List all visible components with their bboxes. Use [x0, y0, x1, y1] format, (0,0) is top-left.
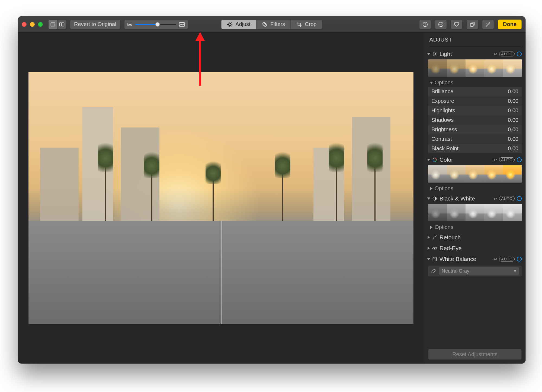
editor-body: ADJUST Light ↩︎ AUTO: [18, 33, 525, 364]
bw-thumb-1[interactable]: [428, 204, 447, 221]
close-window-button[interactable]: [22, 22, 27, 27]
svg-point-17: [425, 23, 426, 24]
auto-bw-button[interactable]: AUTO: [499, 196, 515, 201]
row-highlights[interactable]: Highlights0.00: [428, 106, 522, 115]
disclosure-retouch[interactable]: [428, 236, 430, 239]
svg-rect-18: [425, 24, 425, 26]
minimize-window-button[interactable]: [30, 22, 35, 27]
image-canvas[interactable]: [18, 33, 424, 364]
light-thumb-1[interactable]: [428, 59, 447, 77]
section-color-title: Color: [440, 157, 491, 163]
bw-options-label: Options: [435, 224, 453, 230]
bw-thumb-2[interactable]: [447, 204, 466, 221]
light-options-toggle[interactable]: Options: [427, 78, 523, 87]
info-button[interactable]: [419, 20, 431, 29]
disclosure-wb[interactable]: [427, 258, 430, 260]
svg-line-31: [433, 52, 434, 53]
more-button[interactable]: [435, 20, 447, 29]
undo-wb-button[interactable]: ↩︎: [493, 257, 497, 262]
svg-point-21: [441, 24, 441, 25]
filters-icon: [262, 21, 268, 27]
color-thumb-4[interactable]: [484, 165, 503, 183]
zoom-slider[interactable]: [135, 24, 176, 25]
app-window: Revert to Original: [18, 16, 525, 364]
color-thumb-3[interactable]: [466, 165, 484, 183]
section-bw-title: Black & White: [440, 195, 491, 202]
light-icon: [432, 51, 437, 57]
adjust-tab[interactable]: Adjust: [221, 20, 256, 29]
fullscreen-window-button[interactable]: [38, 22, 43, 27]
svg-point-25: [490, 25, 490, 25]
svg-point-38: [434, 248, 435, 249]
row-shadows[interactable]: Shadows0.00: [428, 115, 522, 125]
split-view-button[interactable]: [57, 20, 66, 29]
panel-title: ADJUST: [424, 33, 525, 47]
row-exposure[interactable]: Exposure0.00: [428, 96, 522, 106]
section-color: Color ↩︎ AUTO: [427, 155, 523, 193]
light-thumb-2[interactable]: [447, 59, 466, 77]
bw-preset-thumbs: [428, 204, 522, 221]
section-retouch: Retouch: [427, 232, 523, 242]
svg-line-34: [436, 52, 436, 53]
bw-icon: [432, 196, 437, 201]
wb-mode-popup[interactable]: Neutral Gray ▾: [439, 267, 519, 275]
bw-thumb-4[interactable]: [484, 204, 503, 221]
color-thumb-1[interactable]: [428, 165, 447, 183]
disclosure-redeye[interactable]: [428, 247, 430, 250]
svg-line-12: [228, 26, 228, 26]
favorite-button[interactable]: [451, 20, 463, 29]
enable-light-toggle[interactable]: [517, 52, 522, 56]
single-view-button[interactable]: [49, 20, 57, 29]
chevron-down-icon: ▾: [514, 268, 516, 274]
bw-thumb-5[interactable]: [503, 204, 522, 221]
bw-options-toggle[interactable]: Options: [427, 223, 523, 231]
eyedropper-icon[interactable]: [431, 268, 436, 274]
adjust-panel: ADJUST Light ↩︎ AUTO: [424, 33, 525, 364]
filters-tab[interactable]: Filters: [256, 20, 290, 29]
row-contrast[interactable]: Contrast0.00: [428, 134, 522, 144]
color-options-toggle[interactable]: Options: [427, 184, 523, 193]
svg-point-24: [486, 23, 487, 23]
reset-adjustments-button[interactable]: Reset Adjustments: [428, 349, 522, 360]
retouch-icon: [432, 235, 437, 240]
row-brilliance[interactable]: Brilliance0.00: [428, 87, 522, 96]
redeye-icon: [432, 246, 437, 251]
panel-scroll[interactable]: Light ↩︎ AUTO: [424, 48, 525, 346]
section-redeye-title: Red-Eye: [440, 245, 522, 251]
auto-light-button[interactable]: AUTO: [499, 52, 515, 56]
disclosure-light[interactable]: [427, 53, 430, 55]
light-thumb-5[interactable]: [503, 59, 522, 77]
rotate-button[interactable]: [466, 20, 478, 29]
done-button[interactable]: Done: [498, 20, 522, 29]
undo-bw-button[interactable]: ↩︎: [493, 196, 497, 201]
done-label: Done: [503, 21, 517, 27]
section-white-balance: White Balance ↩︎ AUTO Neutral Gray ▾: [427, 254, 523, 276]
undo-light-button[interactable]: ↩︎: [493, 52, 497, 57]
light-thumb-3[interactable]: [466, 59, 484, 77]
bw-thumb-3[interactable]: [466, 204, 484, 221]
crop-tab[interactable]: Crop: [290, 20, 322, 29]
revert-button[interactable]: Revert to Original: [70, 20, 120, 29]
disclosure-bw[interactable]: [427, 197, 430, 200]
zoom-control[interactable]: [124, 20, 188, 29]
color-thumb-5[interactable]: [503, 165, 522, 183]
zoom-in-icon: [179, 22, 185, 27]
revert-label: Revert to Original: [74, 21, 116, 27]
crop-tab-label: Crop: [305, 21, 316, 27]
svg-point-37: [432, 238, 434, 240]
auto-color-button[interactable]: AUTO: [499, 157, 515, 162]
section-wb-title: White Balance: [440, 256, 491, 262]
disclosure-color[interactable]: [427, 159, 430, 161]
auto-wb-button[interactable]: AUTO: [499, 257, 515, 262]
enable-bw-toggle[interactable]: [517, 196, 522, 201]
view-segmented-control: [48, 20, 66, 29]
light-thumb-4[interactable]: [484, 59, 503, 77]
auto-enhance-button[interactable]: [482, 20, 494, 29]
color-thumb-2[interactable]: [447, 165, 466, 183]
enable-wb-toggle[interactable]: [517, 257, 522, 262]
enable-color-toggle[interactable]: [517, 157, 522, 162]
undo-color-button[interactable]: ↩︎: [493, 157, 497, 162]
row-brightness[interactable]: Brightness0.00: [428, 125, 522, 134]
row-black-point[interactable]: Black Point0.00: [428, 144, 522, 153]
svg-rect-2: [62, 23, 64, 26]
